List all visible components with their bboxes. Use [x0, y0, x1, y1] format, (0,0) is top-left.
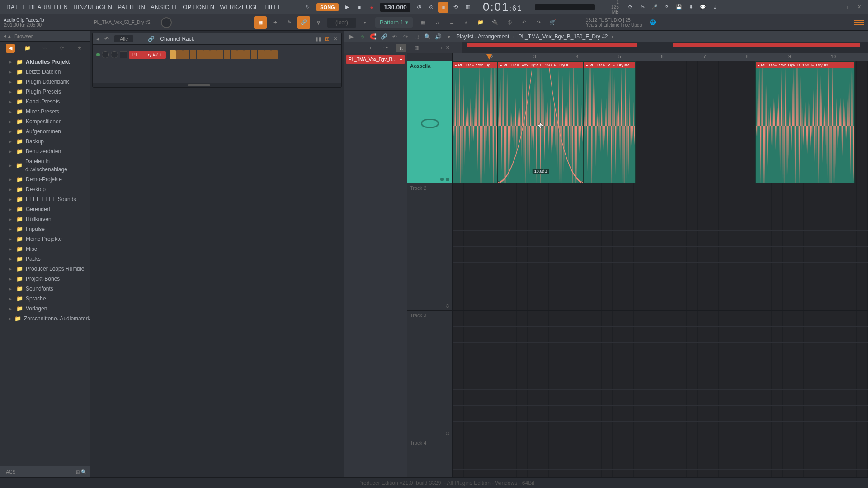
track-solo-dot[interactable] — [446, 178, 449, 181]
step-cell[interactable] — [258, 50, 264, 59]
btn-mixer-icon[interactable]: ⎆ — [460, 16, 472, 29]
browser-folder-icon[interactable]: 📁 — [23, 44, 32, 53]
plt-grid-icon[interactable]: ▥ — [411, 44, 421, 52]
channel-row[interactable]: PL_T…ry #2+ — [96, 48, 338, 61]
tool-mic2-icon[interactable]: 🎙 — [312, 16, 325, 29]
track-header-3[interactable]: Track 3 — [407, 311, 452, 438]
btn-pl-icon[interactable]: ▦ — [416, 16, 429, 29]
window-minimize[interactable]: — — [834, 3, 843, 12]
track-header-1[interactable]: Acapella — [407, 61, 452, 183]
tree-item[interactable]: ▸📁Meine Projekte — [0, 234, 90, 244]
tree-item[interactable]: ▸📁Soundfonts — [0, 284, 90, 294]
playlist-grid[interactable]: 2345678910 ▸ PL_TMA_Vox_Bg▸ PL_TMA_Vox_B… — [453, 53, 868, 477]
track-mute-dot[interactable] — [440, 178, 444, 181]
audio-clip[interactable]: ▸ PL_TMA_V_F_Dry #2 — [584, 61, 636, 183]
menu-hinzufuegen[interactable]: HINZUFüGEN — [71, 4, 115, 10]
pl-play-icon[interactable]: ▶ — [348, 33, 355, 40]
burger-icon[interactable] — [854, 20, 864, 25]
menu-ansicht[interactable]: ANSICHT — [148, 4, 180, 10]
pl-select-icon[interactable]: ⬚ — [413, 33, 420, 40]
mic-icon[interactable]: 🎤 — [649, 2, 660, 13]
picker-add-icon[interactable]: + — [400, 57, 402, 62]
refresh-icon[interactable]: ↻ — [302, 2, 313, 13]
btn-cr-icon[interactable]: ≣ — [445, 16, 458, 29]
tree-item[interactable]: ▸📁Vorlagen — [0, 304, 90, 314]
chat-icon[interactable]: 💬 — [698, 2, 708, 13]
pl-sync-icon[interactable]: ⎋ — [359, 33, 366, 40]
news-box[interactable]: 18:12 FL STUDIO | 25 Years of Lifetime F… — [586, 18, 642, 28]
pl-zoom-icon[interactable]: 🔍 — [424, 33, 431, 40]
step-cell[interactable] — [244, 50, 250, 59]
btn-redo-icon[interactable]: ↷ — [532, 16, 545, 29]
song-mode-button[interactable]: SONG — [316, 3, 338, 11]
clip-title-bar[interactable]: ▸ PL_TMA_Vox_Bgv_B_150_F_Dry #2 — [756, 62, 854, 68]
loop-icon[interactable]: ⟲ — [450, 2, 461, 13]
browser-tree[interactable]: ▸📁Aktuelles Projekt▸📁Letzte Dateien▸📁Plu… — [0, 55, 90, 466]
playlist-breadcrumb[interactable]: PL_TMA_Vox_Bgv_B_150_F_Dry #2 — [518, 33, 608, 40]
step-cell[interactable] — [251, 50, 257, 59]
step-cell[interactable] — [271, 50, 278, 59]
track-header-2[interactable]: Track 2 — [407, 183, 452, 311]
browser-star-icon[interactable]: ★ — [75, 44, 84, 53]
menu-werkzeuge[interactable]: WERKZEUGE — [217, 4, 262, 10]
menu-optionen[interactable]: OPTIONEN — [180, 4, 217, 10]
menu-datei[interactable]: DATEI — [4, 4, 27, 10]
tree-item[interactable]: ▸📁Plugin-Datenbank — [0, 77, 90, 87]
window-maximize[interactable]: □ — [844, 3, 853, 12]
step-cell[interactable] — [224, 50, 230, 59]
tree-item[interactable]: ▸📁Mixer-Presets — [0, 107, 90, 117]
track-close-icon[interactable]: ✕ — [446, 45, 450, 51]
plt-view-icon[interactable]: ≡ — [350, 44, 360, 52]
pl-menu-icon[interactable]: ▾ — [445, 33, 453, 40]
cr-close-icon[interactable]: ✕ — [333, 36, 338, 42]
tree-item[interactable]: ▸📁Benutzerdaten — [0, 146, 90, 156]
clip-title-bar[interactable]: ▸ PL_TMA_Vox_Bgv_B_150_F_Dry # — [498, 62, 583, 68]
track-lane-1[interactable]: ▸ PL_TMA_Vox_Bg▸ PL_TMA_Vox_Bgv_B_150_F_… — [453, 61, 868, 183]
tree-item[interactable]: ▸📁Kanal-Presets — [0, 97, 90, 107]
tags-label[interactable]: TAGS — [4, 469, 15, 474]
export-icon[interactable]: ⬇ — [686, 2, 696, 13]
browser-collapse-icon[interactable]: ◀ — [6, 44, 15, 53]
step-cell[interactable] — [217, 50, 223, 59]
btn-tempo-icon[interactable]: ⏀ — [503, 16, 516, 29]
clip-title-bar[interactable]: ▸ PL_TMA_Vox_Bg — [453, 62, 497, 68]
step-mode-icon[interactable]: ≡ — [438, 2, 448, 13]
pl-link-icon[interactable]: 🔗 — [380, 33, 387, 40]
tree-item[interactable]: ▸📁Projekt-Bones — [0, 274, 90, 284]
picker-item[interactable]: PL_TMA_Vox_Bgv_B…+ — [346, 55, 405, 64]
time-display[interactable]: 0:01:61 — [483, 0, 522, 14]
step-cell[interactable] — [231, 50, 237, 59]
play-button[interactable]: ▶ — [342, 2, 353, 13]
track-add-icon[interactable]: + — [440, 45, 443, 51]
pl-undo-icon[interactable]: ↶ — [391, 33, 398, 40]
menu-bearbeiten[interactable]: BEARBEITEN — [27, 4, 71, 10]
record-button[interactable]: ● — [366, 2, 377, 13]
cr-scrollbar[interactable] — [93, 83, 341, 87]
track-lane-3[interactable] — [453, 311, 868, 438]
btn-undo-icon[interactable]: ↶ — [518, 16, 530, 29]
plt-wave-icon[interactable]: ⎍ — [396, 44, 406, 52]
menu-pattern[interactable]: PATTERN — [115, 4, 148, 10]
step-cell[interactable] — [210, 50, 217, 59]
help-icon[interactable]: ? — [661, 2, 672, 13]
tree-item[interactable]: ▸📁Misc — [0, 244, 90, 254]
step-cell[interactable] — [176, 50, 183, 59]
track-mute-dot[interactable] — [446, 432, 449, 435]
audio-clip[interactable]: ▸ PL_TMA_Vox_Bgv_B_150_F_Dry #2 — [755, 61, 855, 183]
tempo-display[interactable]: 130.000 — [380, 3, 410, 12]
audio-clip[interactable]: ▸ PL_TMA_Vox_Bgv_B_150_F_Dry #10.6dB✥ — [498, 61, 584, 183]
track-mute-dot[interactable] — [446, 304, 449, 308]
btn-plugin-icon[interactable]: 🔌 — [489, 16, 501, 29]
plt-add-icon[interactable]: + — [366, 44, 376, 52]
main-volume-knob[interactable] — [161, 17, 172, 28]
channel-route-slot[interactable] — [120, 51, 127, 58]
stop-button[interactable]: ■ — [354, 2, 365, 13]
metronome-icon[interactable]: ⏱ — [414, 2, 425, 13]
cr-options-icon[interactable]: ⊞ — [325, 36, 330, 42]
btn-pr-icon[interactable]: ♫ — [431, 16, 443, 29]
cr-undo-icon[interactable]: ↶ — [104, 36, 109, 42]
tool-wand-icon[interactable]: ✎ — [283, 16, 296, 29]
tree-item[interactable]: ▸📁Sprache — [0, 294, 90, 304]
play-small-icon[interactable]: ▸ — [359, 16, 372, 29]
panic-icon[interactable]: ⟳ — [625, 2, 636, 13]
